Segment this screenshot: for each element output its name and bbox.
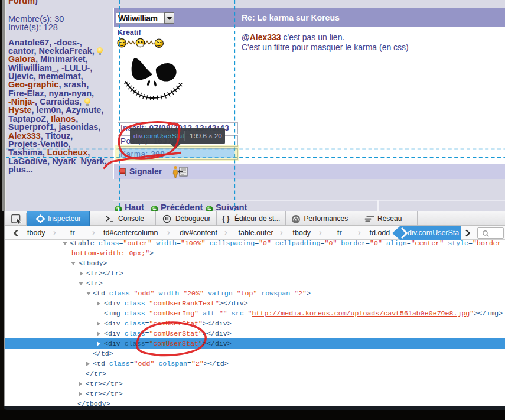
- svg-text:199.6 × 20: 199.6 × 20: [190, 132, 222, 139]
- svg-text:div.comUserStat: div.comUserStat: [133, 132, 184, 140]
